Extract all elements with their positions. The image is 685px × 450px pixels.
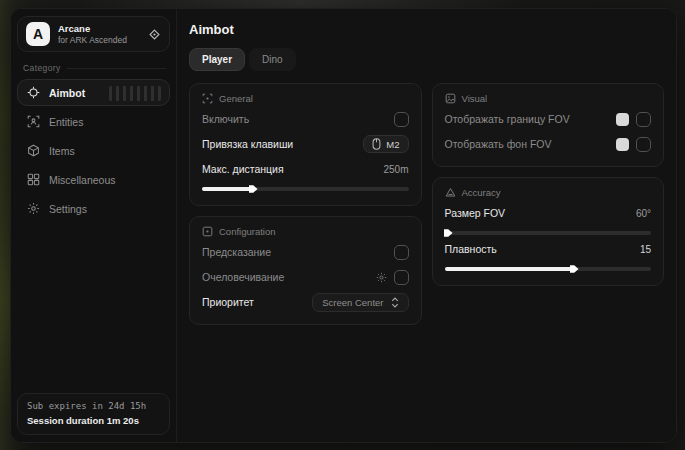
session-duration-text: Session duration 1m 20s [27,414,160,428]
sidebar-item-miscellaneous[interactable]: Miscellaneous [17,166,170,193]
panel-title: General [219,93,253,104]
max-distance-row: Макс. дистанция 250m [202,158,409,180]
fov-size-slider[interactable] [445,231,652,235]
image-icon [445,93,456,104]
panel-columns: General Включить Привязка клавиши [189,83,664,325]
sidebar-item-entities[interactable]: Entities [17,108,170,135]
divider [67,68,166,69]
sidebar-item-label: Settings [49,203,87,215]
slider-thumb[interactable] [444,228,453,238]
fov-size-label: Размер FOV [445,207,506,219]
page-title: Aimbot [189,22,664,37]
panel-title: Visual [462,93,488,104]
sub-expires-text: Sub expires in 24d 15h [27,400,160,414]
priority-label: Приоритет [202,296,254,308]
sidebar-item-settings[interactable]: Settings [17,195,170,222]
smoothness-value: 15 [640,244,651,255]
tab-player[interactable]: Player [189,48,245,71]
entity-scan-icon [27,115,40,128]
right-column: Visual Отображать границу FOV Отображать… [432,83,665,286]
prediction-row: Предсказание [202,241,409,263]
app-name: Arcane [58,23,140,35]
slider-thumb[interactable] [249,184,258,194]
fov-border-row: Отображать границу FOV [445,108,652,130]
tab-dino[interactable]: Dino [249,48,296,71]
panel-title: Accuracy [462,187,501,198]
fov-size-row: Размер FOV 60° [445,202,652,224]
humanization-row: Очеловечивание [202,266,409,288]
sidebar-item-label: Entities [49,116,83,128]
session-info-card: Sub expires in 24d 15h Session duration … [17,393,170,435]
active-item-sheen [109,86,161,101]
max-distance-value: 250m [383,164,408,175]
sidebar-item-label: Items [49,145,75,157]
fov-border-color-swatch[interactable] [616,113,629,126]
app-window: A Arcane for ARK Ascended Category [10,8,677,443]
accuracy-panel: Accuracy Размер FOV 60° Плавность 15 [432,177,665,286]
enable-checkbox[interactable] [394,112,409,127]
general-panel: General Включить Привязка клавиши [189,83,422,206]
enable-row: Включить [202,108,409,130]
chevrons-up-down-icon [391,297,399,308]
sidebar: A Arcane for ARK Ascended Category [11,9,177,442]
brand-logo: A [26,22,50,46]
gear-icon [27,202,40,215]
fov-background-row: Отображать фон FOV [445,133,652,155]
priority-dropdown[interactable]: Screen Center [312,293,408,312]
mouse-icon [372,138,381,150]
humanization-checkbox[interactable] [394,270,409,285]
configuration-panel: Configuration Предсказание Очеловечивани… [189,216,422,325]
grid-icon [27,173,40,186]
brand-card: A Arcane for ARK Ascended [17,16,170,52]
sidebar-item-label: Miscellaneous [49,174,116,186]
prediction-checkbox[interactable] [394,245,409,260]
target-icon[interactable] [148,28,161,41]
visual-panel: Visual Отображать границу FOV Отображать… [432,83,665,167]
category-header: Category [23,63,166,73]
crosshair-icon [27,86,40,99]
smoothness-row: Плавность 15 [445,238,652,260]
keybind-label: Привязка клавиши [202,138,293,150]
triangle-icon [445,187,456,198]
humanization-label: Очеловечивание [202,271,284,283]
gear-icon[interactable] [376,272,387,283]
keybind-row: Привязка клавиши M2 [202,133,409,155]
prediction-label: Предсказание [202,246,271,258]
smoothness-slider[interactable] [445,267,652,271]
main-content: Aimbot Player Dino General [177,9,676,442]
fov-background-color-swatch[interactable] [616,138,629,151]
enable-label: Включить [202,113,249,125]
fov-border-label: Отображать границу FOV [445,113,570,125]
smoothness-label: Плавность [445,243,497,255]
category-label: Category [23,63,61,73]
package-icon [202,226,213,237]
sidebar-item-items[interactable]: Items [17,137,170,164]
priority-value: Screen Center [322,297,383,308]
left-column: General Включить Привязка клавиши [189,83,422,325]
app-subtitle: for ARK Ascended [58,35,140,46]
fov-background-label: Отображать фон FOV [445,138,552,150]
tab-bar: Player Dino [189,48,664,71]
sidebar-nav: Aimbot Entities Items [17,79,170,222]
keybind-button[interactable]: M2 [363,135,408,153]
slider-thumb[interactable] [570,264,579,274]
sidebar-item-aimbot[interactable]: Aimbot [17,79,170,106]
sidebar-item-label: Aimbot [49,87,85,99]
box-icon [27,144,40,157]
fov-background-checkbox[interactable] [636,137,651,152]
priority-row: Приоритет Screen Center [202,291,409,313]
max-distance-slider[interactable] [202,187,409,191]
panel-title: Configuration [219,226,276,237]
max-distance-label: Макс. дистанция [202,163,284,175]
keybind-value: M2 [386,139,399,150]
fov-size-value: 60° [636,208,651,219]
focus-icon [202,93,213,104]
fov-border-checkbox[interactable] [636,112,651,127]
